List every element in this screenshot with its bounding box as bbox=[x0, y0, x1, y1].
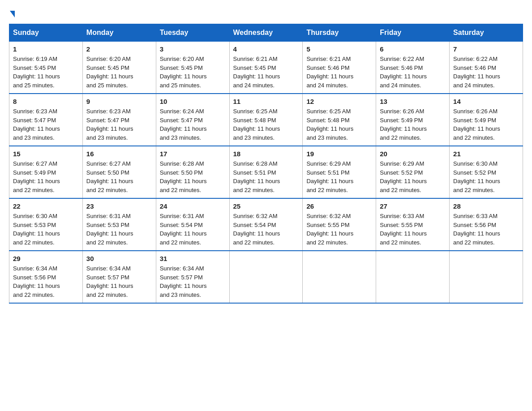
logo-arrow-icon bbox=[10, 11, 15, 17]
calendar-cell: 11Sunrise: 6:25 AMSunset: 5:48 PMDayligh… bbox=[229, 94, 303, 146]
page-header bbox=[9, 9, 523, 15]
day-info: Sunrise: 6:19 AMSunset: 5:45 PMDaylight:… bbox=[13, 55, 79, 90]
calendar-cell: 15Sunrise: 6:27 AMSunset: 5:49 PMDayligh… bbox=[9, 146, 83, 198]
day-info: Sunrise: 6:23 AMSunset: 5:47 PMDaylight:… bbox=[13, 107, 79, 142]
calendar-cell bbox=[450, 251, 523, 303]
calendar-cell: 20Sunrise: 6:29 AMSunset: 5:52 PMDayligh… bbox=[376, 146, 450, 198]
calendar-cell: 10Sunrise: 6:24 AMSunset: 5:47 PMDayligh… bbox=[156, 94, 229, 146]
day-number: 21 bbox=[453, 150, 519, 158]
day-number: 31 bbox=[160, 255, 226, 262]
calendar-week-row: 15Sunrise: 6:27 AMSunset: 5:49 PMDayligh… bbox=[9, 146, 523, 198]
day-info: Sunrise: 6:25 AMSunset: 5:48 PMDaylight:… bbox=[233, 107, 299, 142]
calendar-cell: 6Sunrise: 6:22 AMSunset: 5:46 PMDaylight… bbox=[376, 42, 450, 94]
day-number: 27 bbox=[380, 202, 446, 210]
day-info: Sunrise: 6:26 AMSunset: 5:49 PMDaylight:… bbox=[453, 107, 519, 142]
calendar-cell: 12Sunrise: 6:25 AMSunset: 5:48 PMDayligh… bbox=[303, 94, 376, 146]
header-saturday: Saturday bbox=[450, 24, 523, 42]
day-number: 16 bbox=[86, 150, 152, 158]
day-info: Sunrise: 6:24 AMSunset: 5:47 PMDaylight:… bbox=[160, 107, 226, 142]
header-wednesday: Wednesday bbox=[229, 24, 303, 42]
day-number: 9 bbox=[86, 98, 152, 105]
calendar-cell bbox=[303, 251, 376, 303]
day-number: 1 bbox=[13, 45, 79, 53]
calendar-cell: 28Sunrise: 6:33 AMSunset: 5:56 PMDayligh… bbox=[450, 198, 523, 251]
day-info: Sunrise: 6:20 AMSunset: 5:45 PMDaylight:… bbox=[86, 55, 152, 90]
calendar-cell: 13Sunrise: 6:26 AMSunset: 5:49 PMDayligh… bbox=[376, 94, 450, 146]
logo bbox=[9, 9, 15, 15]
header-tuesday: Tuesday bbox=[156, 24, 229, 42]
day-number: 5 bbox=[306, 45, 372, 53]
day-info: Sunrise: 6:29 AMSunset: 5:51 PMDaylight:… bbox=[306, 159, 372, 194]
day-number: 12 bbox=[306, 98, 372, 105]
day-number: 7 bbox=[453, 45, 519, 53]
day-number: 18 bbox=[233, 150, 299, 158]
day-number: 13 bbox=[380, 98, 446, 105]
day-info: Sunrise: 6:21 AMSunset: 5:45 PMDaylight:… bbox=[233, 55, 299, 90]
calendar-cell: 23Sunrise: 6:31 AMSunset: 5:53 PMDayligh… bbox=[82, 198, 156, 251]
day-number: 30 bbox=[86, 255, 152, 262]
header-monday: Monday bbox=[82, 24, 156, 42]
calendar-cell bbox=[376, 251, 450, 303]
day-info: Sunrise: 6:21 AMSunset: 5:46 PMDaylight:… bbox=[306, 55, 372, 90]
calendar-cell: 3Sunrise: 6:20 AMSunset: 5:45 PMDaylight… bbox=[156, 42, 229, 94]
day-info: Sunrise: 6:20 AMSunset: 5:45 PMDaylight:… bbox=[160, 55, 226, 90]
day-info: Sunrise: 6:22 AMSunset: 5:46 PMDaylight:… bbox=[380, 55, 446, 90]
day-number: 8 bbox=[13, 98, 79, 105]
day-number: 28 bbox=[453, 202, 519, 210]
calendar-cell: 25Sunrise: 6:32 AMSunset: 5:54 PMDayligh… bbox=[229, 198, 303, 251]
header-friday: Friday bbox=[376, 24, 450, 42]
day-number: 6 bbox=[380, 45, 446, 53]
calendar-cell: 29Sunrise: 6:34 AMSunset: 5:56 PMDayligh… bbox=[9, 251, 83, 303]
calendar-cell: 16Sunrise: 6:27 AMSunset: 5:50 PMDayligh… bbox=[82, 146, 156, 198]
calendar-cell: 14Sunrise: 6:26 AMSunset: 5:49 PMDayligh… bbox=[450, 94, 523, 146]
calendar-cell: 7Sunrise: 6:22 AMSunset: 5:46 PMDaylight… bbox=[450, 42, 523, 94]
day-number: 29 bbox=[13, 255, 79, 262]
day-info: Sunrise: 6:28 AMSunset: 5:51 PMDaylight:… bbox=[233, 159, 299, 194]
day-info: Sunrise: 6:34 AMSunset: 5:57 PMDaylight:… bbox=[86, 264, 152, 299]
day-info: Sunrise: 6:31 AMSunset: 5:53 PMDaylight:… bbox=[86, 212, 152, 247]
day-number: 26 bbox=[306, 202, 372, 210]
calendar-cell: 9Sunrise: 6:23 AMSunset: 5:47 PMDaylight… bbox=[82, 94, 156, 146]
calendar-cell: 27Sunrise: 6:33 AMSunset: 5:55 PMDayligh… bbox=[376, 198, 450, 251]
day-info: Sunrise: 6:28 AMSunset: 5:50 PMDaylight:… bbox=[160, 159, 226, 194]
day-info: Sunrise: 6:33 AMSunset: 5:55 PMDaylight:… bbox=[380, 212, 446, 247]
calendar-week-row: 8Sunrise: 6:23 AMSunset: 5:47 PMDaylight… bbox=[9, 94, 523, 146]
calendar-cell: 22Sunrise: 6:30 AMSunset: 5:53 PMDayligh… bbox=[9, 198, 83, 251]
header-sunday: Sunday bbox=[9, 24, 83, 42]
calendar-cell: 18Sunrise: 6:28 AMSunset: 5:51 PMDayligh… bbox=[229, 146, 303, 198]
day-info: Sunrise: 6:25 AMSunset: 5:48 PMDaylight:… bbox=[306, 107, 372, 142]
day-number: 24 bbox=[160, 202, 226, 210]
day-info: Sunrise: 6:27 AMSunset: 5:49 PMDaylight:… bbox=[13, 159, 79, 194]
calendar-week-row: 22Sunrise: 6:30 AMSunset: 5:53 PMDayligh… bbox=[9, 198, 523, 251]
day-info: Sunrise: 6:26 AMSunset: 5:49 PMDaylight:… bbox=[380, 107, 446, 142]
calendar-cell: 19Sunrise: 6:29 AMSunset: 5:51 PMDayligh… bbox=[303, 146, 376, 198]
calendar-cell: 2Sunrise: 6:20 AMSunset: 5:45 PMDaylight… bbox=[82, 42, 156, 94]
day-number: 23 bbox=[86, 202, 152, 210]
calendar-table: Sunday Monday Tuesday Wednesday Thursday… bbox=[9, 24, 523, 304]
day-number: 2 bbox=[86, 45, 152, 53]
calendar-week-row: 29Sunrise: 6:34 AMSunset: 5:56 PMDayligh… bbox=[9, 251, 523, 303]
day-info: Sunrise: 6:23 AMSunset: 5:47 PMDaylight:… bbox=[86, 107, 152, 142]
day-info: Sunrise: 6:30 AMSunset: 5:52 PMDaylight:… bbox=[453, 159, 519, 194]
day-number: 15 bbox=[13, 150, 79, 158]
day-info: Sunrise: 6:22 AMSunset: 5:46 PMDaylight:… bbox=[453, 55, 519, 90]
day-number: 17 bbox=[160, 150, 226, 158]
day-number: 20 bbox=[380, 150, 446, 158]
calendar-cell: 30Sunrise: 6:34 AMSunset: 5:57 PMDayligh… bbox=[82, 251, 156, 303]
day-number: 11 bbox=[233, 98, 299, 105]
day-number: 10 bbox=[160, 98, 226, 105]
day-info: Sunrise: 6:32 AMSunset: 5:54 PMDaylight:… bbox=[233, 212, 299, 247]
calendar-cell: 17Sunrise: 6:28 AMSunset: 5:50 PMDayligh… bbox=[156, 146, 229, 198]
calendar-cell: 1Sunrise: 6:19 AMSunset: 5:45 PMDaylight… bbox=[9, 42, 83, 94]
day-number: 19 bbox=[306, 150, 372, 158]
day-number: 22 bbox=[13, 202, 79, 210]
calendar-header-row: Sunday Monday Tuesday Wednesday Thursday… bbox=[9, 24, 523, 42]
calendar-cell bbox=[229, 251, 303, 303]
calendar-cell: 5Sunrise: 6:21 AMSunset: 5:46 PMDaylight… bbox=[303, 42, 376, 94]
day-info: Sunrise: 6:32 AMSunset: 5:55 PMDaylight:… bbox=[306, 212, 372, 247]
calendar-cell: 21Sunrise: 6:30 AMSunset: 5:52 PMDayligh… bbox=[450, 146, 523, 198]
calendar-week-row: 1Sunrise: 6:19 AMSunset: 5:45 PMDaylight… bbox=[9, 42, 523, 94]
day-info: Sunrise: 6:30 AMSunset: 5:53 PMDaylight:… bbox=[13, 212, 79, 247]
day-info: Sunrise: 6:33 AMSunset: 5:56 PMDaylight:… bbox=[453, 212, 519, 247]
day-number: 25 bbox=[233, 202, 299, 210]
